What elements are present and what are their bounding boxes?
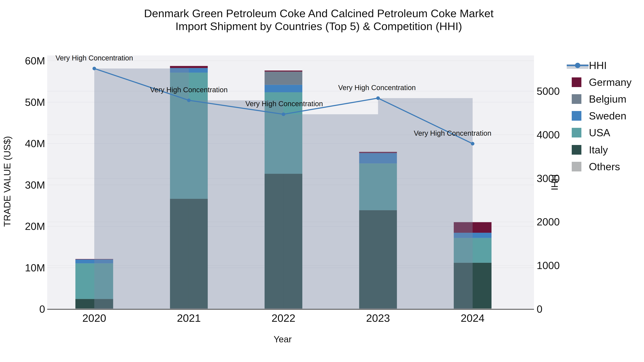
chart-title-line1: Denmark Green Petroleum Coke And Calcine… — [144, 7, 494, 19]
y-left-tick-40M: 40M — [25, 138, 45, 149]
y-left-tick-30M: 30M — [25, 179, 45, 191]
bar-segment-germany-2022[interactable] — [264, 70, 302, 71]
legend-label-sweden: Sweden — [589, 110, 626, 122]
legend-swatch-usa — [572, 128, 582, 137]
legend-item-sweden[interactable]: Sweden — [572, 110, 626, 122]
bar-segment-belgium-2022[interactable] — [264, 71, 302, 85]
legend-swatch-italy — [572, 145, 582, 155]
hhi-marker-2022[interactable] — [282, 112, 285, 116]
y-left-tick-0: 0 — [39, 303, 45, 315]
legend-item-usa[interactable]: USA — [572, 127, 610, 138]
x-tick-2020: 2020 — [82, 312, 106, 324]
annotation-2023: Very High Concentration — [338, 84, 416, 91]
hhi-marker-2024[interactable] — [471, 142, 474, 145]
legend-item-hhi[interactable]: HHI — [567, 59, 607, 71]
legend-label-others: Others — [589, 161, 620, 172]
hhi-marker-2020[interactable] — [92, 67, 96, 70]
hhi-area-2021 — [189, 100, 284, 309]
y-left-tick-20M: 20M — [25, 220, 45, 232]
bar-segment-germany-2021[interactable] — [170, 66, 208, 68]
legend-swatch-sweden — [572, 111, 582, 121]
hhi-marker-2021[interactable] — [187, 98, 191, 102]
annotation-2021: Very High Concentration — [150, 86, 228, 94]
chart-title-line2: Import Shipment by Countries (Top 5) & C… — [176, 20, 462, 32]
legend-label-germany: Germany — [589, 76, 632, 88]
annotation-2020: Very High Concentration — [56, 54, 133, 62]
annotation-2024: Very High Concentration — [414, 129, 492, 137]
legend-item-germany[interactable]: Germany — [572, 76, 632, 88]
y-left-tick-10M: 10M — [25, 262, 45, 274]
y-left-tick-60M: 60M — [25, 55, 45, 66]
legend-label-italy: Italy — [589, 144, 608, 156]
annotation-2022: Very High Concentration — [246, 100, 323, 108]
hhi-area-2022 — [284, 114, 378, 309]
hhi-marker-2023[interactable] — [376, 96, 380, 100]
legend-item-belgium[interactable]: Belgium — [572, 93, 626, 105]
y-right-tick-2000: 2000 — [537, 216, 560, 228]
y-right-tick-5000: 5000 — [537, 85, 560, 97]
legend-label-hhi: HHI — [589, 59, 607, 71]
legend-label-usa: USA — [589, 127, 610, 138]
legend-swatch-belgium — [572, 94, 582, 104]
x-tick-2024: 2024 — [461, 312, 484, 324]
y-right-axis-title: HHI — [549, 174, 560, 190]
bar-segment-sweden-2022[interactable] — [264, 85, 302, 92]
legend-swatch-others — [572, 162, 582, 171]
y-left-axis-title: TRADE VALUE (US$) — [2, 136, 12, 227]
y-right-tick-1000: 1000 — [537, 260, 560, 271]
legend: HHIGermanyBelgiumSwedenUSAItalyOthers — [567, 59, 632, 172]
x-axis-title: Year — [274, 334, 292, 344]
y-right-tick-4000: 4000 — [537, 129, 560, 140]
legend-item-italy[interactable]: Italy — [572, 144, 608, 156]
chart-figure: Very High ConcentrationVery High Concent… — [0, 0, 644, 362]
legend-hhi-marker-icon — [575, 63, 580, 68]
legend-label-belgium: Belgium — [589, 93, 626, 105]
legend-item-others[interactable]: Others — [572, 161, 620, 172]
x-tick-2021: 2021 — [177, 312, 201, 324]
y-right-tick-0: 0 — [537, 303, 542, 315]
x-tick-2023: 2023 — [366, 312, 390, 324]
y-left-tick-50M: 50M — [25, 96, 45, 108]
hhi-area-2020 — [94, 68, 189, 309]
x-tick-2022: 2022 — [272, 312, 295, 324]
legend-swatch-germany — [572, 77, 582, 87]
